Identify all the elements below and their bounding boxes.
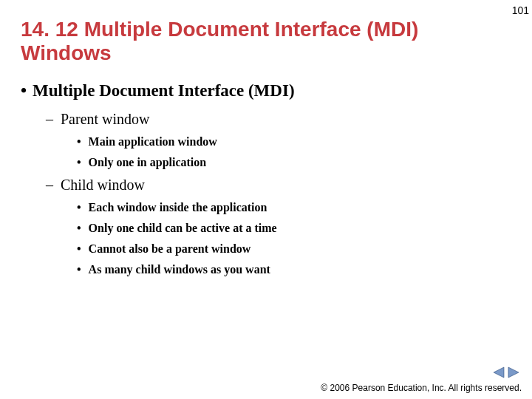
bullet-level3: •Only one child can be active at a time bbox=[77, 222, 502, 235]
copyright-text: © 2006 Pearson Education, Inc. All right… bbox=[321, 383, 522, 393]
level3-text: Only one child can be active at a time bbox=[89, 222, 277, 234]
bullet-dot-icon: • bbox=[21, 81, 27, 100]
dash-icon: – bbox=[46, 177, 53, 193]
level2-text: Parent window bbox=[61, 111, 150, 127]
bullet-level3: •Only one in application bbox=[77, 156, 502, 169]
svg-marker-0 bbox=[494, 367, 504, 378]
slide-body: •Multiple Document Interface (MDI) –Pare… bbox=[0, 65, 532, 276]
bullet-level3: •Main application window bbox=[77, 135, 502, 149]
triangle-left-icon bbox=[492, 366, 505, 378]
bullet-level1: •Multiple Document Interface (MDI) bbox=[21, 81, 502, 100]
level1-text: Multiple Document Interface (MDI) bbox=[33, 81, 295, 100]
bullet-level2: –Child window bbox=[46, 177, 502, 194]
level3-text: Each window inside the application bbox=[89, 201, 267, 214]
level3-text: Cannot also be a parent window bbox=[89, 242, 251, 255]
bullet-level2: –Parent window bbox=[46, 111, 502, 128]
bullet-dot-icon: • bbox=[77, 201, 81, 214]
nav-controls bbox=[321, 366, 522, 378]
bullet-level3: •Each window inside the application bbox=[77, 201, 502, 214]
triangle-right-icon bbox=[507, 366, 520, 378]
slide-footer: © 2006 Pearson Education, Inc. All right… bbox=[321, 366, 522, 393]
bullet-dot-icon: • bbox=[77, 242, 81, 255]
bullet-dot-icon: • bbox=[77, 222, 81, 234]
svg-marker-1 bbox=[508, 367, 519, 378]
level3-text: Only one in application bbox=[89, 156, 207, 168]
slide-title: 14. 12 Multiple Document Interface (MDI)… bbox=[0, 0, 473, 65]
bullet-level3: •As many child windows as you want bbox=[77, 263, 502, 276]
prev-button[interactable] bbox=[492, 366, 505, 378]
bullet-dot-icon: • bbox=[77, 156, 81, 168]
level2-text: Child window bbox=[61, 177, 145, 193]
next-button[interactable] bbox=[507, 366, 520, 378]
page-number: 101 bbox=[512, 4, 529, 16]
bullet-dot-icon: • bbox=[77, 263, 81, 276]
level3-text: As many child windows as you want bbox=[89, 263, 270, 276]
dash-icon: – bbox=[46, 111, 53, 127]
bullet-level3: •Cannot also be a parent window bbox=[77, 242, 502, 256]
level3-text: Main application window bbox=[89, 135, 217, 148]
bullet-dot-icon: • bbox=[77, 135, 81, 148]
